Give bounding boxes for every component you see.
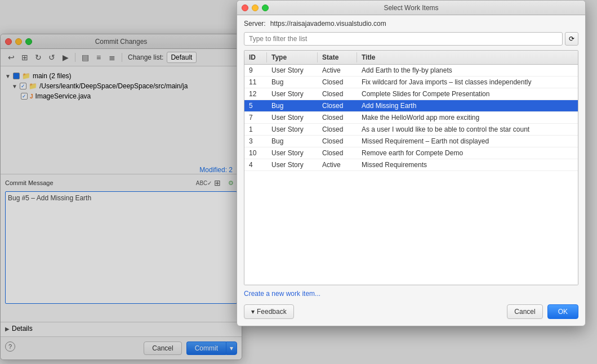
cell-type: User Story [267,65,318,76]
dialog-title: Select Work Items [384,4,438,12]
table-row[interactable]: 3 Bug Closed Missed Requirement – Earth … [244,136,578,147]
feedback-arrow-icon: ▾ [251,308,255,316]
work-items-table: ID Type State Title 9 User Story Active … [244,50,578,285]
select-work-items-dialog: Select Work Items Server: https://raisaj… [237,0,586,326]
cell-id: 10 [244,147,267,159]
dialog-bottom: ▾ Feedback Cancel OK [244,302,578,321]
cell-state: Closed [318,88,357,100]
cell-title: Add Earth to the fly-by planets [357,65,578,76]
cell-title: Add Missing Earth [357,100,578,111]
cell-type: Bug [267,77,318,88]
dialog-window-controls [242,5,269,11]
cell-state: Active [318,159,357,170]
cell-type: Bug [267,136,318,147]
cell-title: Fix wildcard for Java imports – list cla… [357,77,578,88]
refresh-button[interactable]: ⟳ [565,32,578,46]
table-row[interactable]: 12 User Story Closed Complete Slides for… [244,88,578,100]
cell-state: Closed [318,136,357,147]
filter-row: ⟳ [244,32,578,46]
cell-title: Complete Slides for Compete Presentation [357,88,578,100]
cell-title: Make the HelloWorld app more exciting [357,112,578,123]
cell-id: 11 [244,77,267,88]
table-row[interactable]: 11 Bug Closed Fix wildcard for Java impo… [244,77,578,88]
cell-type: User Story [267,112,318,123]
cell-state: Active [318,65,357,76]
col-header-title: Title [357,52,578,62]
feedback-label: Feedback [257,308,287,316]
table-row[interactable]: 1 User Story Closed As a user I would li… [244,124,578,136]
dialog-titlebar: Select Work Items [237,1,585,15]
col-header-id: ID [244,52,267,62]
table-row[interactable]: 4 User Story Active Missed Requirements [244,159,578,171]
cell-type: User Story [267,147,318,159]
dialog-minimize-button[interactable] [252,5,259,11]
cell-state: Closed [318,77,357,88]
cell-id: 4 [244,159,267,170]
dialog-body: Server: https://raisajavademo.visualstud… [237,15,585,326]
cell-type: User Story [267,88,318,100]
table-row[interactable]: 9 User Story Active Add Earth to the fly… [244,65,578,77]
col-header-type: Type [267,52,318,62]
cell-type: Bug [267,100,318,111]
cell-state: Closed [318,100,357,111]
server-url: https://raisajavademo.visualstudio.com [270,20,386,28]
table-body: 9 User Story Active Add Earth to the fly… [244,65,578,285]
filter-input[interactable] [244,32,563,46]
cell-id: 12 [244,88,267,100]
server-row: Server: https://raisajavademo.visualstud… [244,20,578,28]
dialog-close-button[interactable] [242,5,248,11]
cell-title: Remove earth for Compete Demo [357,147,578,159]
dialog-maximize-button[interactable] [262,5,269,11]
col-header-state: State [318,52,357,62]
cell-state: Closed [318,112,357,123]
cell-id: 1 [244,124,267,135]
dialog-cancel-button[interactable]: Cancel [507,304,542,319]
cell-type: User Story [267,124,318,135]
create-work-item-link[interactable]: Create a new work item... [244,290,578,298]
cell-state: Closed [318,147,357,159]
table-row[interactable]: 7 User Story Closed Make the HelloWorld … [244,112,578,124]
server-label: Server: [244,20,266,28]
cell-id: 5 [244,100,267,111]
cell-title: Missed Requirements [357,159,578,170]
dialog-action-buttons: Cancel OK [507,304,578,319]
feedback-button[interactable]: ▾ Feedback [244,304,294,319]
table-header: ID Type State Title [244,51,578,65]
cell-id: 3 [244,136,267,147]
cell-id: 9 [244,65,267,76]
cell-state: Closed [318,124,357,135]
cell-title: Missed Requirement – Earth not displayed [357,136,578,147]
cell-title: As a user I would like to be able to con… [357,124,578,135]
cell-id: 7 [244,112,267,123]
cell-type: User Story [267,159,318,170]
dialog-ok-button[interactable]: OK [547,304,578,319]
table-row[interactable]: 5 Bug Closed Add Missing Earth [244,100,578,112]
table-row[interactable]: 10 User Story Closed Remove earth for Co… [244,147,578,159]
